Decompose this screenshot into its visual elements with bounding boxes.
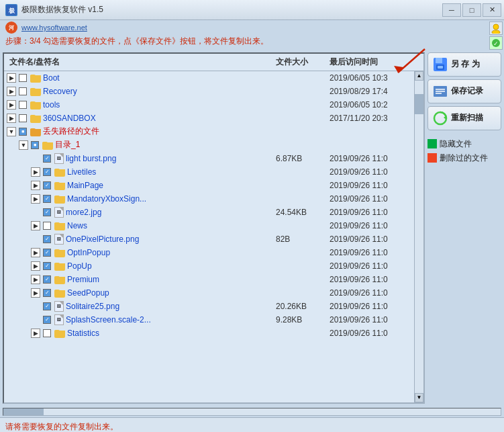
tree-row[interactable]: ▶MainPage2019/09/26 11:0: [4, 179, 414, 192]
tree-row[interactable]: ▶OptInPopup2019/09/26 11:0: [4, 246, 414, 259]
row-checkbox[interactable]: [43, 329, 51, 337]
tree-row[interactable]: ▶360SANDBOX2017/11/20 20:3: [4, 112, 414, 125]
watermark-logo: 河: [5, 21, 17, 34]
cell-date: 2019/09/26 11:0: [327, 234, 414, 244]
tree-row[interactable]: ▶MandatoryXboxSign...2019/09/26 11:0: [4, 192, 414, 206]
status-text: 请将需要恢复的文件复制出来。: [5, 421, 118, 432]
tree-row[interactable]: ▶Livetiles2019/09/26 11:0: [4, 165, 414, 179]
tree-row[interactable]: ▼丢失路径的文件: [4, 125, 414, 138]
rescan-button[interactable]: 重新扫描: [427, 106, 501, 130]
row-checkbox[interactable]: [19, 74, 27, 82]
maximize-button[interactable]: □: [462, 3, 481, 17]
tree-row[interactable]: 🖼more2.jpg24.54KB2019/09/26 11:0: [4, 206, 414, 219]
cell-size: 9.28KB: [273, 315, 327, 325]
expander-icon[interactable]: ▶: [31, 167, 40, 177]
row-checkbox[interactable]: [43, 155, 51, 163]
cell-date: 2019/09/26 11:0: [327, 288, 414, 298]
row-checkbox[interactable]: [43, 195, 51, 203]
item-label: SeedPopup: [67, 288, 109, 298]
svg-rect-5: [438, 66, 443, 69]
svg-point-13: [492, 30, 500, 34]
tree-scroll[interactable]: ▶Boot2019/06/05 10:3▶Recovery2019/08/29 …: [4, 71, 414, 402]
legend: 隐藏文件 删除过的文件: [427, 138, 501, 164]
folder-icon: [54, 181, 65, 190]
svg-marker-11: [444, 116, 446, 120]
folder-icon: [54, 221, 65, 230]
row-checkbox[interactable]: [43, 168, 51, 176]
scroll-up-btn[interactable]: ▲: [415, 71, 423, 81]
tree-row[interactable]: 🖼SplashScreen.scale-2...9.28KB2019/09/26…: [4, 313, 414, 327]
row-checkbox[interactable]: [43, 208, 51, 216]
row-checkbox[interactable]: [43, 289, 51, 297]
item-label: Statistics: [67, 329, 99, 338]
tree-row[interactable]: ▼目录_1: [4, 138, 414, 152]
row-checkbox[interactable]: [31, 141, 39, 149]
tree-row[interactable]: ▶PopUp2019/09/26 11:0: [4, 259, 414, 273]
app-icon: 极: [5, 4, 17, 16]
horizontal-scrollbar[interactable]: [3, 408, 501, 416]
cell-size: 82B: [273, 234, 327, 244]
tree-row[interactable]: 🖼OnePixelPicture.png82B2019/09/26 11:0: [4, 232, 414, 246]
tree-row[interactable]: ▶Recovery2019/08/29 17:4: [4, 85, 414, 98]
title-bar-left: 极 极限数据恢复软件 v1.5: [5, 4, 103, 16]
expander-icon[interactable]: ▶: [31, 275, 40, 284]
expander-icon[interactable]: ▶: [31, 261, 40, 271]
expander-icon[interactable]: ▶: [31, 288, 40, 298]
expander-icon[interactable]: ▼: [19, 140, 28, 150]
expander-icon[interactable]: ▶: [7, 114, 16, 123]
h-scroll-thumb[interactable]: [3, 408, 44, 415]
folder-icon: [30, 100, 41, 110]
cell-date: 2019/09/26 11:0: [327, 302, 414, 311]
row-checkbox[interactable]: [43, 262, 51, 270]
save-record-button[interactable]: 保存记录: [427, 79, 501, 103]
svg-text:✓: ✓: [493, 40, 499, 47]
tree-row[interactable]: 🖼light burst.png6.87KB2019/09/26 11:0: [4, 152, 414, 165]
row-checkbox[interactable]: [43, 235, 51, 243]
cell-size: 24.54KB: [273, 208, 327, 217]
row-checkbox[interactable]: [43, 275, 51, 284]
minimize-button[interactable]: ─: [442, 3, 461, 17]
expander-icon[interactable]: ▶: [31, 248, 40, 257]
expander-icon[interactable]: ▶: [7, 100, 16, 110]
cell-date: 2019/09/26 11:0: [327, 181, 414, 190]
side-icon-green[interactable]: ✓: [489, 36, 503, 50]
folder-icon: [54, 275, 65, 284]
row-checkbox[interactable]: [43, 181, 51, 189]
expander-icon[interactable]: ▶: [31, 221, 40, 230]
row-checkbox[interactable]: [19, 87, 27, 95]
expander-icon[interactable]: ▶: [31, 329, 40, 338]
close-button[interactable]: ✕: [483, 3, 501, 17]
row-checkbox[interactable]: [19, 128, 27, 136]
expander-icon[interactable]: ▶: [7, 87, 16, 96]
expander-icon[interactable]: ▶: [31, 181, 40, 190]
svg-point-12: [493, 24, 499, 30]
row-checkbox[interactable]: [43, 316, 51, 324]
right-panel: 另 存 为 保存记录 重新扫描: [427, 52, 501, 404]
row-checkbox[interactable]: [19, 101, 27, 109]
row-checkbox[interactable]: [19, 114, 27, 122]
item-label: Solitaire25.png: [66, 302, 119, 311]
watermark-url[interactable]: www.hysoftware.net: [21, 24, 87, 32]
tree-row[interactable]: ▶SeedPopup2019/09/26 11:0: [4, 286, 414, 300]
scroll-thumb[interactable]: [415, 94, 423, 114]
tree-row[interactable]: ▶News2019/09/26 11:0: [4, 219, 414, 232]
expander-icon[interactable]: ▶: [7, 73, 16, 83]
tree-row[interactable]: ▶Premium2019/09/26 11:0: [4, 273, 414, 286]
tree-row[interactable]: 🖼Solitaire25.png20.26KB2019/09/26 11:0: [4, 300, 414, 313]
save-as-button[interactable]: 另 存 为: [427, 52, 501, 77]
expander-icon[interactable]: ▶: [31, 194, 40, 204]
row-checkbox[interactable]: [43, 302, 51, 310]
tree-row[interactable]: ▶tools2019/06/05 10:2: [4, 98, 414, 112]
expander-icon[interactable]: ▼: [7, 127, 16, 136]
tree-row[interactable]: ▶Statistics2019/09/26 11:0: [4, 327, 414, 340]
folder-icon: [54, 288, 65, 298]
side-icon-top[interactable]: [489, 21, 503, 35]
item-label: Premium: [67, 275, 99, 284]
folder-icon: [30, 114, 41, 123]
tree-row[interactable]: ▶Boot2019/06/05 10:3: [4, 71, 414, 85]
vertical-scrollbar[interactable]: ▲ ▼: [414, 71, 423, 402]
scroll-down-btn[interactable]: ▼: [415, 393, 423, 402]
row-checkbox[interactable]: [43, 249, 51, 257]
item-label: MandatoryXboxSign...: [67, 194, 146, 204]
row-checkbox[interactable]: [43, 222, 51, 230]
